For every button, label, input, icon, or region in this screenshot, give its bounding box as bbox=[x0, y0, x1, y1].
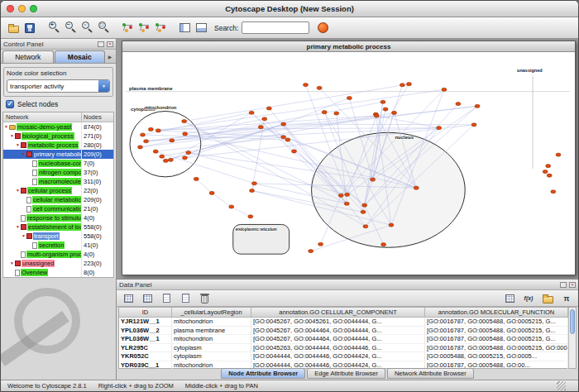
tab-edge-attribute-browser[interactable]: Edge Attribute Browser bbox=[307, 368, 385, 379]
network-node[interactable] bbox=[374, 114, 379, 117]
expand-arrow-icon[interactable]: ▼ bbox=[9, 261, 15, 265]
network-node[interactable] bbox=[292, 150, 297, 153]
network-node[interactable] bbox=[137, 146, 142, 149]
network-node[interactable] bbox=[475, 104, 480, 108]
column-header[interactable]: ID bbox=[119, 308, 172, 317]
equation-icon[interactable]: π bbox=[558, 290, 575, 307]
tree-row[interactable]: ▼transport558(0) bbox=[3, 232, 113, 241]
network-node[interactable] bbox=[344, 202, 349, 205]
network-node[interactable] bbox=[361, 210, 366, 213]
network-node[interactable] bbox=[168, 158, 173, 161]
network-node[interactable] bbox=[317, 86, 322, 89]
show-graphics-details-icon[interactable] bbox=[119, 20, 136, 36]
network-node[interactable] bbox=[380, 100, 385, 103]
network-node[interactable] bbox=[281, 122, 286, 126]
tab-mosaic[interactable]: Mosaic bbox=[55, 50, 106, 63]
network-node[interactable] bbox=[347, 96, 352, 99]
trash-icon[interactable] bbox=[196, 290, 213, 307]
network-node[interactable] bbox=[551, 190, 556, 194]
network-node[interactable] bbox=[322, 111, 327, 114]
tree-row[interactable]: ▼secretion41(0) bbox=[3, 241, 113, 250]
network-node[interactable] bbox=[141, 133, 146, 136]
close-window-button[interactable] bbox=[7, 5, 14, 12]
network-node[interactable] bbox=[400, 84, 404, 87]
expand-arrow-icon[interactable]: ▼ bbox=[9, 134, 15, 138]
network-node[interactable] bbox=[262, 117, 267, 121]
network-node[interactable] bbox=[309, 250, 313, 253]
network-node[interactable] bbox=[556, 153, 561, 156]
zoom-window-button[interactable] bbox=[30, 5, 37, 12]
table-row[interactable]: YJR121W__1mitochondrion[GO:0045267, GO:0… bbox=[119, 318, 568, 327]
network-node[interactable] bbox=[248, 215, 253, 218]
tree-row[interactable]: ▼unassigned223(0) bbox=[3, 259, 113, 268]
network-node[interactable] bbox=[318, 242, 323, 246]
network-canvas[interactable]: plasma membranecytoplasmmitochondrionnuc… bbox=[122, 52, 575, 275]
zoom-in-icon[interactable]: + bbox=[45, 20, 62, 36]
network-column-header[interactable]: Network bbox=[3, 112, 82, 122]
expand-arrow-icon[interactable]: ▼ bbox=[21, 234, 26, 238]
table-row[interactable]: YPL036W__1mitochondrion[GO:0045267, GO:0… bbox=[119, 335, 568, 344]
mosaic-plugin-icon[interactable] bbox=[314, 20, 331, 36]
network-node[interactable] bbox=[437, 127, 442, 130]
data-panel-float-icon[interactable] bbox=[560, 282, 567, 288]
table-row[interactable]: YKR052Ccytoplasm[GO:0044444, GO:0044446,… bbox=[119, 352, 568, 361]
table-row[interactable]: YPL036W__2plasma membrane[GO:0045267, GO… bbox=[119, 327, 568, 336]
window-titlebar[interactable]: Cytoscape Desktop (New Session) bbox=[1, 1, 578, 17]
expand-arrow-icon[interactable]: ▼ bbox=[15, 225, 21, 229]
expand-arrow-icon[interactable]: ▼ bbox=[3, 125, 9, 129]
network-node[interactable] bbox=[144, 140, 149, 143]
network-node[interactable] bbox=[160, 155, 165, 158]
table-scrollbar[interactable] bbox=[568, 308, 576, 368]
unselect-all-attributes-icon[interactable] bbox=[139, 290, 156, 307]
float-panel-icon[interactable] bbox=[98, 41, 104, 47]
network-node[interactable] bbox=[363, 225, 368, 228]
tree-row[interactable]: ▼Overview8(0) bbox=[3, 268, 113, 277]
network-node[interactable] bbox=[258, 126, 263, 129]
color-attribute-dropdown[interactable]: transporter activity ▼ bbox=[7, 79, 110, 93]
network-node[interactable] bbox=[547, 174, 552, 177]
network-node[interactable] bbox=[334, 112, 339, 115]
network-node[interactable] bbox=[304, 84, 309, 87]
network-node[interactable] bbox=[156, 129, 160, 132]
network-node[interactable] bbox=[414, 186, 419, 189]
tree-row[interactable]: ▼multi-organism proces4(0) bbox=[3, 250, 113, 259]
network-node[interactable] bbox=[229, 205, 234, 208]
network-node[interactable] bbox=[250, 189, 255, 192]
network-node[interactable] bbox=[182, 156, 187, 160]
column-header[interactable]: _cellularLayoutRegion bbox=[172, 308, 251, 317]
expand-arrow-icon[interactable]: ▼ bbox=[15, 143, 21, 147]
table-scrollbar-thumb[interactable] bbox=[570, 309, 575, 334]
hide-selected-icon[interactable] bbox=[136, 20, 152, 36]
import-attributes-icon[interactable] bbox=[539, 290, 556, 307]
delete-attribute-icon[interactable] bbox=[177, 290, 194, 307]
network-node[interactable] bbox=[182, 119, 187, 122]
network-node[interactable] bbox=[209, 191, 214, 194]
select-all-attributes-icon[interactable] bbox=[120, 290, 136, 307]
network-node[interactable] bbox=[338, 194, 343, 197]
zoom-fit-icon[interactable]: □ bbox=[95, 20, 112, 36]
tree-row[interactable]: ▼cell communication21(0) bbox=[3, 204, 113, 213]
network-node[interactable] bbox=[471, 123, 476, 127]
resize-grip[interactable] bbox=[557, 381, 566, 390]
network-node[interactable] bbox=[186, 151, 191, 154]
new-attribute-icon[interactable] bbox=[158, 290, 175, 307]
network-node[interactable] bbox=[442, 88, 447, 91]
tree-row[interactable]: ▼nitrogen compound me37(0) bbox=[3, 168, 113, 177]
network-node[interactable] bbox=[389, 223, 394, 227]
network-node[interactable] bbox=[362, 203, 367, 207]
tree-row[interactable]: ▼metabolic process280(0) bbox=[3, 141, 113, 150]
search-input[interactable] bbox=[242, 22, 309, 34]
zoom-out-icon[interactable]: − bbox=[62, 20, 79, 36]
network-node[interactable] bbox=[170, 139, 175, 142]
show-data-panel-icon[interactable] bbox=[193, 20, 209, 36]
tree-row[interactable]: ▼primary metabolic proc209(0) bbox=[3, 150, 113, 159]
show-control-panel-icon[interactable] bbox=[176, 20, 193, 36]
tree-row[interactable]: ▼response to stimulus4(0) bbox=[3, 213, 113, 222]
network-node[interactable] bbox=[543, 170, 548, 173]
network-node[interactable] bbox=[183, 132, 188, 136]
network-node[interactable] bbox=[251, 182, 256, 185]
network-node[interactable] bbox=[153, 150, 158, 153]
tab-network-attribute-browser[interactable]: Network Attribute Browser bbox=[387, 368, 474, 379]
network-view-window[interactable]: primary metabolic process plasma membran… bbox=[122, 41, 576, 275]
network-node[interactable] bbox=[281, 136, 286, 139]
